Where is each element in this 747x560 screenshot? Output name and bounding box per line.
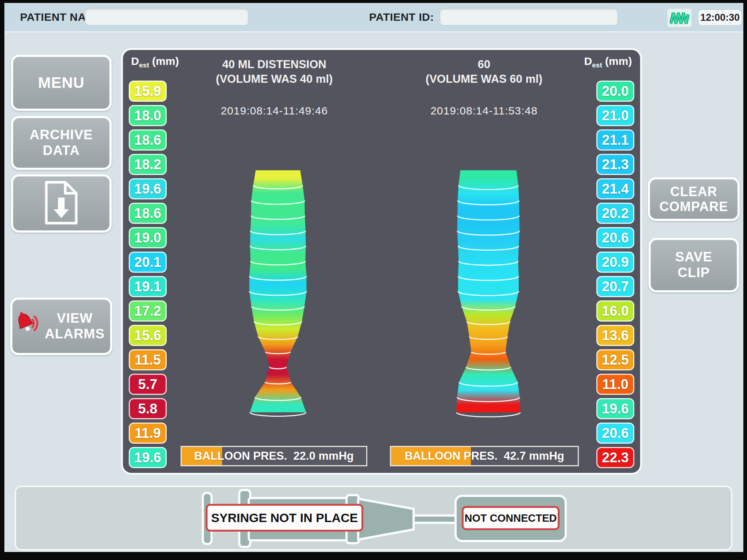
save-clip-label-1: SAVE [675, 249, 712, 265]
dest-value-box: 20.9 [596, 252, 634, 273]
balloon-pressure-bar-left: BALLOON PRES. 22.0 mmHg [181, 446, 367, 466]
screen-edge [743, 0, 747, 560]
dest-value-box: 5.8 [129, 398, 167, 419]
dest-value-box: 11.5 [129, 349, 167, 370]
dest-value-box: 20.7 [596, 276, 634, 297]
clock-display: 12:00:30 [698, 9, 742, 26]
alarms-label-2: ALARMS [45, 326, 105, 342]
dest-value-box: 12.5 [596, 349, 634, 370]
dest-value-box: 21.4 [596, 178, 634, 199]
alarms-label-1: VIEW [45, 311, 105, 326]
dest-value-box: 19.6 [129, 178, 167, 199]
dest-value-box: 20.6 [596, 227, 634, 248]
dest-value-box: 18.2 [129, 154, 167, 175]
save-clip-button[interactable]: SAVE CLIP [649, 238, 739, 292]
archive-data-button[interactable]: ARCHIVE DATA [11, 116, 112, 170]
compare-panel: Dest (mm) Dest (mm) 15.918.018.618.219.6… [121, 48, 642, 475]
balloon-render-right [423, 164, 554, 419]
dest-value-box: 17.2 [129, 300, 167, 322]
dest-value-box: 20.1 [129, 252, 167, 273]
connection-status-box: NOT CONNECTED [462, 506, 560, 530]
syringe-status-box: SYRINGE NOT IN PLACE [206, 504, 363, 532]
view-alarms-button[interactable]: VIEW ALARMS [10, 298, 112, 355]
dest-value-box: 21.3 [596, 154, 634, 175]
archive-label-1: ARCHIVE [30, 127, 93, 143]
document-download-icon [41, 180, 81, 227]
syringe-graphic [16, 487, 731, 549]
syringe-status-text: SYRINGE NOT IN PLACE [211, 511, 358, 525]
dest-value-box: 15.6 [129, 325, 167, 346]
dest-value-box: 21.0 [596, 105, 634, 126]
patient-id-label: PATIENT ID: [369, 3, 434, 31]
right-title-line2: (VOLUME WAS 60 ml) [382, 72, 586, 86]
dest-value-box: 16.0 [596, 300, 634, 322]
right-measurement-header: 60 (VOLUME WAS 60 ml) 2019:08:14-11:53:4… [382, 57, 586, 118]
dest-value-box: 20.6 [596, 423, 634, 444]
right-title-line1: 60 [382, 57, 586, 72]
left-title-line1: 40 ML DISTENSION [172, 57, 376, 72]
clear-compare-button[interactable]: CLEAR COMPARE [648, 177, 740, 221]
dest-value-box: 11.9 [129, 423, 167, 444]
dest-value-box: 19.1 [129, 276, 167, 297]
dest-value-box: 19.6 [129, 447, 167, 468]
patient-id-input[interactable] [440, 8, 618, 26]
dest-value-box: 22.3 [596, 447, 634, 468]
dest-value-box: 21.1 [596, 129, 634, 151]
clear-compare-label-2: COMPARE [659, 199, 728, 214]
menu-label: MENU [38, 74, 85, 92]
connection-status-text: NOT CONNECTED [465, 512, 557, 524]
patient-info-bar: PATIENT NAME: PATIENT ID: 12:00:30 [0, 3, 747, 32]
menu-button[interactable]: MENU [11, 55, 112, 111]
dest-value-box: 11.0 [596, 374, 634, 395]
screen-edge [0, 0, 747, 3]
dest-value-box: 19.0 [129, 227, 167, 248]
device-screen: PATIENT NAME: PATIENT ID: 12:00:30 MENU … [0, 0, 747, 560]
screen-edge [0, 552, 747, 560]
dest-value-box: 19.6 [596, 398, 634, 419]
waveform-icon [667, 9, 692, 27]
balloon-pressure-bar-right: BALLOON PRES. 42.7 mmHg [390, 446, 579, 466]
screen-edge [0, 0, 4, 560]
left-measurement-header: 40 ML DISTENSION (VOLUME WAS 40 ml) 2019… [172, 57, 376, 118]
clear-compare-label-1: CLEAR [670, 184, 717, 199]
connection-status-panel: SYRINGE NOT IN PLACE NOT CONNECTED [15, 486, 732, 551]
left-title-line2: (VOLUME WAS 40 ml) [172, 72, 376, 86]
patient-name-input[interactable] [85, 8, 249, 26]
pressure-text-left: BALLOON PRES. 22.0 mmHg [182, 447, 366, 465]
dest-value-box: 18.0 [129, 105, 167, 126]
dest-value-box: 15.9 [129, 81, 167, 102]
dest-value-box: 13.6 [596, 325, 634, 346]
dest-value-box: 18.6 [129, 129, 167, 151]
dest-value-box: 20.0 [596, 81, 634, 102]
dest-value-box: 18.6 [129, 203, 167, 224]
dest-value-box: 20.2 [596, 203, 634, 224]
dest-readings-right: 20.021.021.121.321.420.220.620.920.716.0… [596, 81, 634, 468]
save-clip-label-2: CLIP [678, 265, 710, 281]
dest-value-box: 5.7 [129, 374, 167, 395]
right-timestamp: 2019:08:14-11:53:48 [382, 104, 586, 118]
alarm-bell-icon [16, 308, 42, 345]
pressure-text-right: BALLOON PRES. 42.7 mmHg [391, 447, 578, 465]
dest-readings-left: 15.918.018.618.219.618.619.020.119.117.2… [129, 81, 167, 468]
archive-label-2: DATA [43, 143, 80, 159]
balloon-render-left [212, 164, 344, 419]
left-timestamp: 2019:08:14-11:49:46 [172, 104, 376, 118]
export-data-button[interactable] [11, 174, 112, 233]
